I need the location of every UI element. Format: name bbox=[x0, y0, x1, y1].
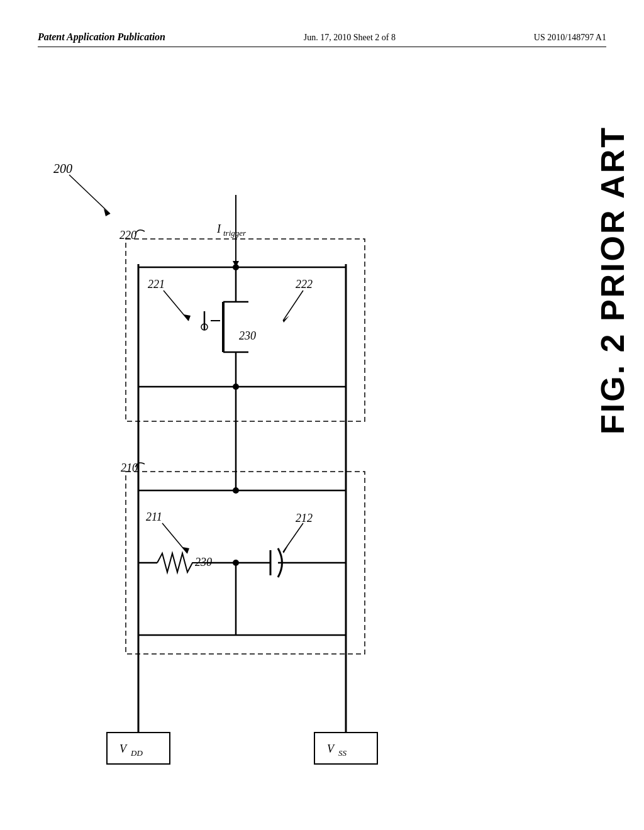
svg-point-51 bbox=[233, 487, 239, 494]
svg-line-46 bbox=[283, 523, 303, 552]
svg-marker-44 bbox=[182, 547, 189, 553]
publication-title: Patent Application Publication bbox=[38, 31, 165, 43]
svg-text:SS: SS bbox=[338, 748, 347, 758]
publication-number: US 2010/148797 A1 bbox=[534, 33, 606, 43]
svg-text:DD: DD bbox=[130, 748, 143, 758]
svg-text:200: 200 bbox=[53, 162, 72, 175]
svg-text:211: 211 bbox=[146, 511, 162, 523]
svg-line-19 bbox=[283, 290, 303, 321]
svg-line-16 bbox=[164, 290, 189, 321]
svg-text:210: 210 bbox=[121, 462, 138, 474]
page-header: Patent Application Publication Jun. 17, … bbox=[38, 31, 606, 47]
svg-line-43 bbox=[162, 523, 187, 553]
svg-line-1 bbox=[69, 175, 110, 214]
svg-text:222: 222 bbox=[296, 278, 313, 290]
svg-text:230: 230 bbox=[239, 329, 256, 342]
figure-label: FIG. 2 PRIOR ART bbox=[594, 126, 631, 434]
svg-marker-47 bbox=[283, 546, 288, 553]
svg-text:221: 221 bbox=[148, 278, 165, 290]
svg-text:I: I bbox=[216, 223, 221, 235]
publication-date-sheet: Jun. 17, 2010 Sheet 2 of 8 bbox=[304, 33, 396, 43]
circuit-diagram: 200 V DD V SS 220 221 222 I trigger bbox=[19, 69, 491, 792]
svg-text:trigger: trigger bbox=[223, 228, 247, 238]
svg-text:212: 212 bbox=[296, 512, 313, 524]
svg-text:220: 220 bbox=[119, 229, 136, 241]
svg-marker-17 bbox=[184, 314, 191, 321]
